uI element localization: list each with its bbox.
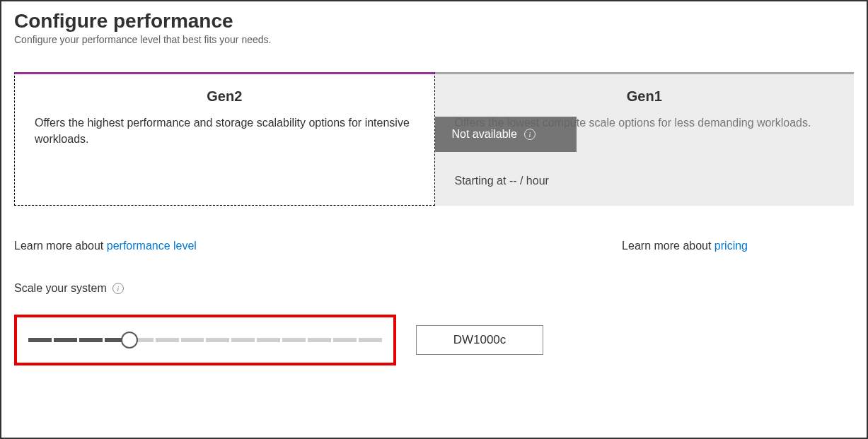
slider-segment — [156, 338, 179, 342]
generation-options: Gen2 Offers the highest performance and … — [14, 72, 854, 206]
slider-segment — [28, 338, 52, 342]
option-gen2-title: Gen2 — [35, 88, 415, 105]
option-gen2-desc: Offers the highest performance and stora… — [35, 115, 415, 147]
scale-label-row: Scale your system i — [14, 282, 854, 295]
info-icon[interactable]: i — [112, 283, 124, 294]
slider-segment — [54, 338, 77, 342]
learn-performance-prefix: Learn more about — [14, 240, 107, 252]
learn-pricing-prefix: Learn more about — [622, 240, 714, 252]
not-available-text: Not available — [452, 128, 518, 141]
slider-segment — [79, 338, 103, 342]
slider-segment — [181, 338, 204, 342]
option-gen1-title: Gen1 — [455, 88, 835, 105]
slider-thumb[interactable] — [121, 332, 138, 349]
learn-pricing: Learn more about pricing — [622, 240, 748, 252]
info-icon: i — [524, 129, 536, 140]
scale-slider[interactable] — [28, 337, 382, 343]
scale-value-display: DW1000c — [416, 325, 543, 355]
learn-more-row: Learn more about performance level Learn… — [14, 240, 854, 252]
slider-segment — [257, 338, 280, 342]
option-gen1[interactable]: Gen1 Offers the lowest compute scale opt… — [435, 72, 855, 206]
slider-segment — [359, 338, 382, 342]
slider-segment — [333, 338, 357, 342]
slider-segment — [206, 338, 229, 342]
pricing-link[interactable]: pricing — [714, 240, 748, 252]
not-available-badge: Not available i — [435, 117, 577, 152]
option-gen1-price: Starting at -- / hour — [455, 175, 835, 187]
page-subtitle: Configure your performance level that be… — [14, 34, 854, 45]
slider-segment — [231, 338, 255, 342]
slider-highlight-box — [14, 315, 396, 365]
option-gen2[interactable]: Gen2 Offers the highest performance and … — [14, 72, 435, 206]
scale-label: Scale your system — [14, 282, 107, 295]
slider-region: DW1000c — [14, 315, 854, 365]
slider-segment — [308, 338, 331, 342]
learn-performance: Learn more about performance level — [14, 240, 197, 252]
performance-level-link[interactable]: performance level — [107, 240, 197, 252]
slider-segment — [282, 338, 306, 342]
page-title: Configure performance — [14, 10, 854, 33]
